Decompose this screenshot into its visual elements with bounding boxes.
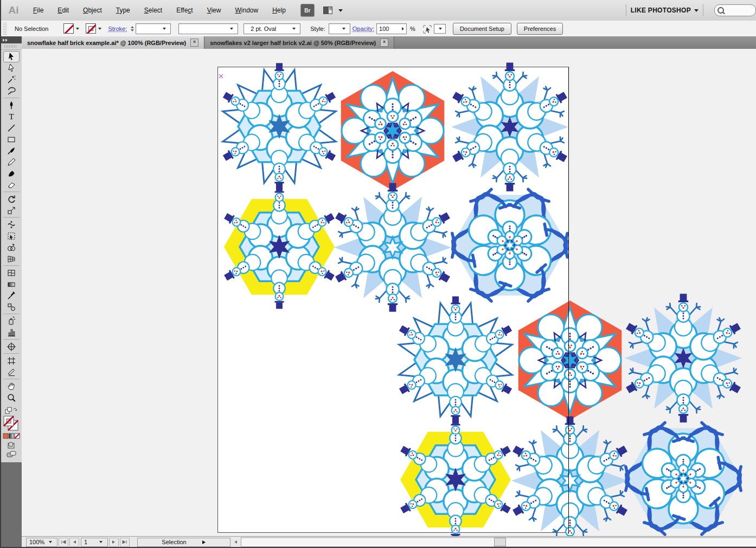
snowflake-artwork-A[interactable] xyxy=(214,61,344,192)
workspace-name[interactable]: LIKE PHOTOSHOP xyxy=(631,7,691,14)
select-similar-options[interactable] xyxy=(434,24,446,34)
slider-arrow-icon xyxy=(402,27,404,30)
opacity-input[interactable]: 100 xyxy=(376,23,407,34)
menu-window[interactable]: Window xyxy=(228,4,265,16)
last-page-button[interactable] xyxy=(120,538,130,547)
snowflake-artwork-F[interactable] xyxy=(618,413,748,536)
tool-width[interactable] xyxy=(3,219,20,230)
tool-rectangle[interactable] xyxy=(3,133,20,145)
document-tab-2[interactable]: snowflakes v2 larger half brick v2.ai @ … xyxy=(204,36,394,49)
style-select[interactable] xyxy=(329,23,350,34)
close-icon[interactable]: × xyxy=(190,39,198,47)
tool-mesh[interactable] xyxy=(3,267,20,278)
stroke-weight-stepper[interactable] xyxy=(131,26,134,31)
menu-help[interactable]: Help xyxy=(265,4,293,16)
status-field[interactable]: Selection xyxy=(137,538,230,547)
menu-object[interactable]: Object xyxy=(76,4,109,16)
tool-zoom[interactable] xyxy=(3,392,20,403)
brush-select[interactable]: 2 pt. Oval xyxy=(244,23,300,34)
menu-select[interactable]: Select xyxy=(137,4,169,16)
tool-direct-selection[interactable] xyxy=(3,62,20,74)
stroke-weight-select[interactable] xyxy=(136,23,171,34)
page-number-select[interactable]: 1 xyxy=(81,538,108,547)
menu-view[interactable]: View xyxy=(200,4,228,16)
horizontal-scrollbar[interactable] xyxy=(241,537,756,547)
tool-column-graph[interactable] xyxy=(3,327,20,338)
tool-eraser[interactable] xyxy=(3,179,20,190)
snowflake-artwork-D[interactable] xyxy=(390,415,521,536)
preferences-button[interactable]: Preferences xyxy=(517,23,563,35)
menu-edit[interactable]: Edit xyxy=(50,4,76,16)
tool-artboard[interactable] xyxy=(3,355,20,366)
snowflake-artwork-D[interactable] xyxy=(214,182,344,312)
panel-collapse-button[interactable] xyxy=(1,36,22,43)
color-gradient-none-buttons[interactable] xyxy=(3,433,20,439)
fill-stroke-swatches[interactable] xyxy=(3,416,20,432)
fill-color-button[interactable] xyxy=(63,23,81,34)
menu-effect[interactable]: Effect xyxy=(169,4,200,16)
tool-symbol-sprayer[interactable] xyxy=(3,315,20,327)
bridge-button[interactable]: Br xyxy=(300,4,315,17)
next-page-button[interactable] xyxy=(109,538,119,547)
tool-group-divider xyxy=(3,192,20,192)
document-tab-title: snowflakes v2 larger half brick v2.ai @ … xyxy=(210,40,376,46)
close-icon[interactable]: × xyxy=(380,39,388,47)
opacity-panel-link[interactable]: Opacity: xyxy=(353,26,374,32)
horizontal-scrollbar-thumb[interactable] xyxy=(494,538,506,546)
tool-perspective-grid[interactable] xyxy=(3,253,20,264)
tool-hand[interactable] xyxy=(3,380,20,392)
panel-grip[interactable] xyxy=(3,23,7,35)
drawing-mode-button[interactable] xyxy=(6,441,17,449)
tool-selection[interactable] xyxy=(3,51,20,62)
document-tab-1[interactable]: snowflake half brick example.ai* @ 100% … xyxy=(22,36,204,49)
stroke-color-button[interactable] xyxy=(86,23,104,34)
document-setup-button[interactable]: Document Setup xyxy=(453,23,511,35)
variable-width-select[interactable] xyxy=(178,23,238,34)
tool-scale[interactable] xyxy=(3,205,20,216)
menu-items: FileEditObjectTypeSelectEffectViewWindow… xyxy=(26,4,293,16)
scale-icon xyxy=(7,206,16,215)
menu-file[interactable]: File xyxy=(26,4,50,16)
tool-paintbrush[interactable] xyxy=(3,145,20,156)
menu-type[interactable]: Type xyxy=(109,4,137,16)
select-similar-icon[interactable] xyxy=(422,24,434,34)
snowflake-artwork-E[interactable] xyxy=(505,416,635,536)
tool-pencil[interactable] xyxy=(3,156,20,168)
snowflake-artwork-B[interactable] xyxy=(328,66,458,196)
search-input[interactable] xyxy=(714,4,756,16)
tool-crosshair-circle[interactable] xyxy=(3,341,20,352)
tool-slice[interactable] xyxy=(3,366,20,378)
workspace-switcher-button[interactable] xyxy=(323,7,343,14)
panel-drag-grip[interactable] xyxy=(1,43,22,50)
snowflake-artwork-F[interactable] xyxy=(445,180,575,310)
tool-rotate[interactable] xyxy=(3,193,20,205)
chevron-down-icon xyxy=(292,28,296,30)
tool-pen[interactable] xyxy=(3,99,20,111)
tool-shape-builder[interactable] xyxy=(3,241,20,253)
snowflake-artwork-C[interactable] xyxy=(618,293,748,423)
scroll-left-icon[interactable] xyxy=(234,540,238,544)
tool-magic-wand[interactable] xyxy=(3,74,20,85)
prev-page-button[interactable] xyxy=(69,538,79,547)
zoom-level-select[interactable]: 100% xyxy=(26,538,57,547)
snowflake-artwork-B[interactable] xyxy=(505,295,635,425)
tool-blend[interactable] xyxy=(3,301,20,313)
fill-none-swatch-icon xyxy=(63,23,74,34)
screen-mode-button[interactable] xyxy=(6,450,17,458)
menu-bar-right: LIKE PHOTOSHOP xyxy=(622,4,756,16)
tool-gradient[interactable] xyxy=(3,278,20,290)
tool-lasso[interactable] xyxy=(3,85,20,97)
tool-eyedropper[interactable] xyxy=(3,290,20,301)
snowflake-artwork-A[interactable] xyxy=(390,295,521,425)
tool-free-transform[interactable] xyxy=(3,230,20,241)
default-fill-stroke-and-swap-icons[interactable] xyxy=(4,407,18,415)
chevron-down-icon[interactable] xyxy=(694,9,699,12)
tool-line-segment[interactable] xyxy=(3,122,20,133)
tool-blob-brush[interactable] xyxy=(3,168,20,179)
snowflake-artwork-E[interactable] xyxy=(328,182,458,313)
canvas-area[interactable] xyxy=(22,49,756,536)
tool-type[interactable]: T xyxy=(3,111,20,122)
snowflake-artwork-C[interactable] xyxy=(445,62,575,192)
first-page-button[interactable] xyxy=(59,538,68,547)
stroke-panel-link[interactable]: Stroke: xyxy=(108,26,127,32)
